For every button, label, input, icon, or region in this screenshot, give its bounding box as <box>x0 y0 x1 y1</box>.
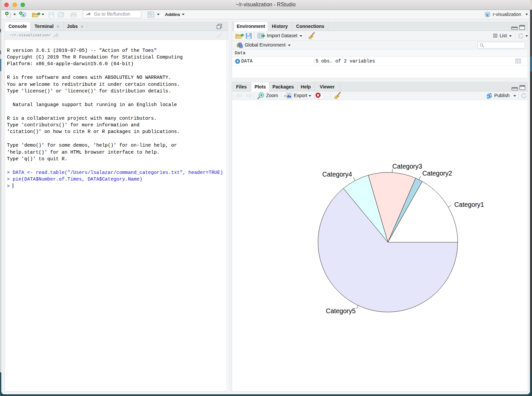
svg-text:R: R <box>22 14 25 17</box>
svg-text:R: R <box>486 13 489 17</box>
svg-text:Category1: Category1 <box>454 201 484 208</box>
svg-text:Category2: Category2 <box>422 170 452 177</box>
svg-text:Category4: Category4 <box>322 171 352 178</box>
svg-text:Category3: Category3 <box>392 162 422 170</box>
svg-text:Category5: Category5 <box>326 307 355 315</box>
